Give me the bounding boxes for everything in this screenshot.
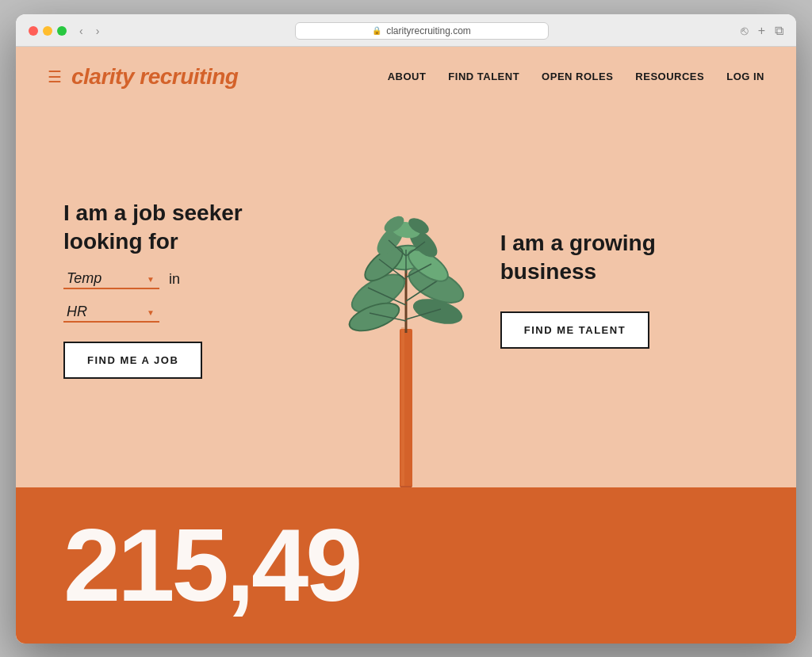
nav-links: ABOUT FIND TALENT OPEN ROLES RESOURCES L… xyxy=(388,71,764,82)
plant-pencil-svg xyxy=(335,155,477,487)
url-text: clarityrecruiting.com xyxy=(386,25,471,36)
hero-left-panel: I am a job seeker looking for Temp Perma… xyxy=(16,107,343,487)
traffic-lights xyxy=(29,26,67,36)
brand-logo: clarity recruiting xyxy=(71,64,238,90)
find-me-talent-button[interactable]: FIND ME TALENT xyxy=(500,311,649,349)
hero-right-panel: I am a growing business FIND ME TALENT xyxy=(469,107,796,487)
in-label: in xyxy=(169,271,180,288)
browser-window: ‹ › 🔒 clarityrecruiting.com ⎋ + ⧉ ☰ clar… xyxy=(16,14,796,644)
industry-row: HR Marketing Finance Operations Admin ▼ xyxy=(63,302,312,323)
svg-rect-1 xyxy=(401,327,404,487)
address-bar[interactable]: 🔒 clarityrecruiting.com xyxy=(295,22,549,40)
new-tab-icon[interactable]: + xyxy=(758,24,765,38)
browser-controls: ‹ › xyxy=(76,23,102,39)
stats-numbers: 215,49 xyxy=(63,519,360,612)
find-me-job-button[interactable]: FIND ME A JOB xyxy=(63,342,202,379)
svg-marker-2 xyxy=(400,486,412,487)
website-content: ☰ clarity recruiting ABOUT FIND TALENT O… xyxy=(16,47,796,644)
hero-section: I am a job seeker looking for Temp Perma… xyxy=(16,107,796,487)
job-type-select-wrapper: Temp Permanent Contract ▼ xyxy=(63,269,159,289)
hamburger-icon[interactable]: ☰ xyxy=(48,67,62,86)
tabs-icon[interactable]: ⧉ xyxy=(775,24,783,38)
nav-link-about[interactable]: ABOUT xyxy=(388,71,427,82)
hero-center-illustration xyxy=(319,155,493,487)
maximize-button[interactable] xyxy=(57,26,67,36)
hero-left-heading: I am a job seeker looking for xyxy=(63,199,312,257)
hero-right-heading: I am a growing business xyxy=(500,229,749,287)
industry-select[interactable]: HR Marketing Finance Operations Admin xyxy=(63,302,159,323)
industry-select-wrapper: HR Marketing Finance Operations Admin ▼ xyxy=(63,302,159,323)
close-button[interactable] xyxy=(29,26,38,36)
nav-link-log-in[interactable]: LOG IN xyxy=(726,71,764,82)
back-button[interactable]: ‹ xyxy=(76,23,86,39)
lock-icon: 🔒 xyxy=(372,26,381,35)
job-type-select[interactable]: Temp Permanent Contract xyxy=(63,269,159,289)
address-bar-wrapper: 🔒 clarityrecruiting.com xyxy=(112,22,730,40)
forward-button[interactable]: › xyxy=(93,23,103,39)
orange-stats-section: 215,49 xyxy=(16,487,796,644)
minimize-button[interactable] xyxy=(43,26,52,36)
job-type-row: Temp Permanent Contract ▼ in xyxy=(63,269,312,289)
share-icon[interactable]: ⎋ xyxy=(741,24,749,38)
browser-actions: ⎋ + ⧉ xyxy=(741,24,783,38)
navigation: ☰ clarity recruiting ABOUT FIND TALENT O… xyxy=(16,47,796,107)
nav-link-open-roles[interactable]: OPEN ROLES xyxy=(542,71,613,82)
nav-link-find-talent[interactable]: FIND TALENT xyxy=(448,71,519,82)
nav-link-resources[interactable]: RESOURCES xyxy=(635,71,704,82)
nav-left: ☰ clarity recruiting xyxy=(48,64,388,90)
browser-chrome: ‹ › 🔒 clarityrecruiting.com ⎋ + ⧉ xyxy=(16,14,796,47)
